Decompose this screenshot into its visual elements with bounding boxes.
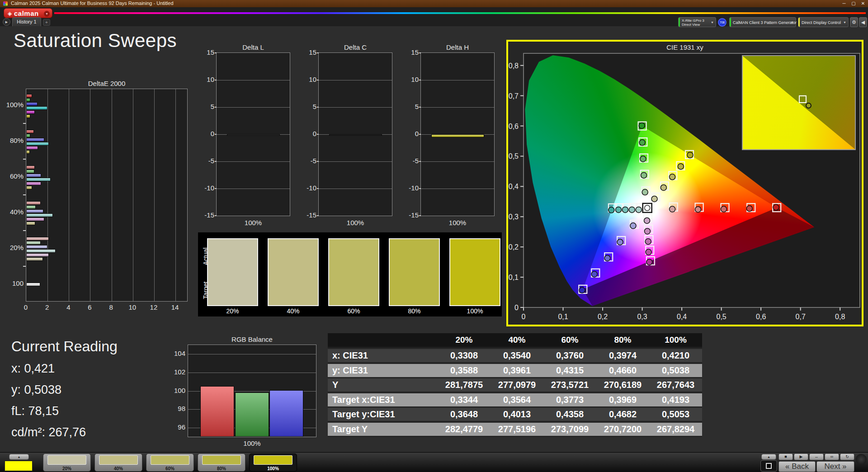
transport-button-2[interactable]: ↔ xyxy=(809,453,824,460)
deltae-bar xyxy=(26,237,49,241)
stop-pattern-button[interactable] xyxy=(760,460,777,472)
table-cell: 0,4682 xyxy=(596,408,649,421)
patch-swatch xyxy=(99,455,138,465)
y-tick-label: 0,6 xyxy=(509,123,519,130)
chart-title: Delta C xyxy=(318,43,392,51)
pattern-generator-dropdown[interactable]: CalMAN Client 3 Pattern Generator ▼ xyxy=(729,17,796,27)
close-button[interactable]: ✕ xyxy=(859,0,867,7)
y-axis-tick xyxy=(317,80,319,80)
y-axis-tick xyxy=(215,107,217,108)
transport-button-4[interactable]: ↻ xyxy=(840,453,854,460)
patch-swatch xyxy=(151,455,189,465)
expand-transport-button[interactable]: ▲ xyxy=(761,454,776,460)
delta-h-plot xyxy=(420,52,495,216)
y-tick-label: 104 xyxy=(167,349,185,357)
color-swatch xyxy=(389,238,440,306)
add-tab-button[interactable]: + xyxy=(43,19,50,26)
rgb-balance-chart: RGB Balance 9698100102104100% xyxy=(163,335,319,448)
x-tick-label: 2 xyxy=(42,303,52,311)
measured-point-blue xyxy=(591,271,597,277)
calman-menu-button[interactable]: ◈ calman ▾ xyxy=(4,8,52,18)
y-tick-label: 5 xyxy=(198,103,214,110)
back-button[interactable]: « Back xyxy=(778,461,816,472)
y-axis-tick xyxy=(23,266,26,267)
measured-point-blue xyxy=(617,239,623,245)
delta-bar xyxy=(329,134,382,136)
patch-button-100%[interactable]: 100% xyxy=(249,453,297,472)
y-tick-label: -5 xyxy=(402,157,419,165)
table-cell: 277,5196 xyxy=(491,423,543,436)
table-cell: 273,5721 xyxy=(543,378,596,392)
pattern-generator-name: CalMAN Client 3 Pattern Generator xyxy=(733,20,797,25)
gridline xyxy=(133,89,133,301)
x-tick-label: 0 xyxy=(522,313,526,321)
status-led xyxy=(856,454,867,465)
meter-name: X-Rite i1Pro 3Direct View xyxy=(682,19,704,27)
y-group-label: 100 xyxy=(0,279,24,287)
table-cell: 0,3564 xyxy=(491,393,543,406)
transport-button-0[interactable]: ■ xyxy=(778,453,793,460)
patch-button-80%[interactable]: 80% xyxy=(198,453,245,472)
table-cell: 273,7099 xyxy=(543,423,596,436)
x-tick-label: 8 xyxy=(106,303,117,311)
transport-button-3[interactable]: ∞ xyxy=(825,453,839,460)
collapse-panel-button[interactable]: ◀ xyxy=(859,17,867,27)
table-header-cell: 40% xyxy=(491,333,543,346)
table-header-cell: 60% xyxy=(543,333,596,346)
patch-label: 20% xyxy=(43,466,90,471)
transport-button-1[interactable]: ▶ xyxy=(794,453,808,460)
deltae-bar xyxy=(26,134,30,137)
tab-scroll-button[interactable]: ▶ xyxy=(3,18,10,26)
y-tick-label: 0 xyxy=(514,304,519,312)
chevron-down-icon: ▼ xyxy=(711,21,714,24)
measured-point-cyan xyxy=(636,207,642,212)
swatch-label: 60% xyxy=(328,307,379,315)
rgb-bar xyxy=(235,392,269,437)
y-tick-label: 102 xyxy=(167,368,185,376)
measured-point-magenta xyxy=(646,249,651,255)
meter-dropdown[interactable]: X-Rite i1Pro 3Direct View ▼ xyxy=(678,17,716,27)
patch-button-20%[interactable]: 20% xyxy=(43,453,91,472)
y-tick-label: 98 xyxy=(167,405,185,412)
table-cell: 0,3540 xyxy=(491,349,543,362)
inset-measured-point xyxy=(806,103,811,109)
deltae-bar xyxy=(26,142,49,146)
x-axis-label: 100% xyxy=(420,219,495,227)
patch-button-40%[interactable]: 40% xyxy=(94,453,142,472)
y-tick-label: 0,8 xyxy=(509,62,519,70)
tab-history-1[interactable]: History 1 xyxy=(12,17,41,26)
y-tick-label: -15 xyxy=(198,211,214,219)
display-control-dropdown[interactable]: Direct Display Control ▼ xyxy=(798,17,849,27)
cie1931-panel: CIE 1931 xy 00,10,20,30,40,50,60,70,800,… xyxy=(506,40,863,326)
chevron-down-icon[interactable]: ▾ xyxy=(44,11,50,17)
y-tick-label: 0,4 xyxy=(509,183,519,190)
next-button[interactable]: Next » xyxy=(816,461,854,472)
x-axis-label: 100% xyxy=(318,219,392,227)
patch-button-60%[interactable]: 60% xyxy=(146,453,194,472)
minimize-button[interactable]: ─ xyxy=(840,0,848,7)
y-axis-tick xyxy=(419,52,421,53)
stop-icon xyxy=(766,463,772,469)
y-group-label: 100% xyxy=(0,101,24,109)
gridline xyxy=(112,89,112,301)
table-row-label: Y xyxy=(328,378,438,392)
table-row-label: Target Y xyxy=(328,423,438,436)
deltae-bar xyxy=(26,201,41,205)
maximize-button[interactable]: ▢ xyxy=(849,0,858,7)
expand-patches-button[interactable]: ▲ xyxy=(9,454,29,460)
table-cell: 0,3760 xyxy=(543,349,596,362)
color-swatch xyxy=(268,238,319,306)
measured-point-green xyxy=(640,156,646,162)
deltae-bar xyxy=(26,217,44,221)
top-toolbar: ◈ calman ▾ ▶ History 1 + X-Rite i1Pro 3D… xyxy=(0,7,868,26)
gear-icon: ⚙ xyxy=(852,19,856,25)
y-axis-tick xyxy=(23,159,26,160)
settings-button[interactable]: ⚙ xyxy=(850,17,858,27)
gridline xyxy=(90,89,90,301)
back-arrows-icon: « xyxy=(785,462,789,471)
y-axis-tick xyxy=(317,52,319,53)
y-tick-label: 15 xyxy=(300,48,316,56)
y-axis-tick xyxy=(419,188,421,189)
calman-diamond-icon: ◈ xyxy=(8,10,12,17)
table-row: Target y:CIE310,36480,40130,43580,46820,… xyxy=(328,408,702,422)
